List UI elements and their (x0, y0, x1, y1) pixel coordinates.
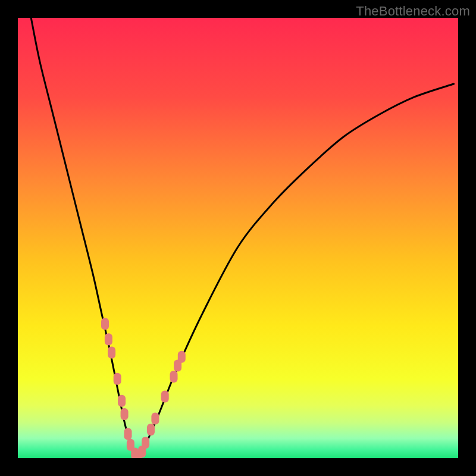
highlight-marker (121, 408, 129, 420)
curve-layer (18, 18, 458, 458)
highlight-marker (108, 346, 115, 358)
watermark-text: TheBottleneck.com (356, 4, 470, 19)
highlight-marker (142, 437, 149, 449)
highlight-marker (151, 412, 159, 424)
highlighted-points-group (101, 318, 186, 458)
highlight-marker (178, 351, 186, 363)
highlight-marker (118, 395, 126, 407)
highlight-marker (161, 390, 169, 402)
bottleneck-curve (31, 18, 453, 456)
highlight-marker (101, 318, 109, 330)
highlight-marker (114, 373, 121, 385)
plot-area (18, 18, 458, 458)
highlight-marker (105, 333, 112, 345)
chart-frame: TheBottleneck.com (0, 0, 476, 476)
highlight-marker (124, 428, 132, 440)
highlight-marker (170, 371, 178, 383)
highlight-marker (147, 424, 155, 436)
